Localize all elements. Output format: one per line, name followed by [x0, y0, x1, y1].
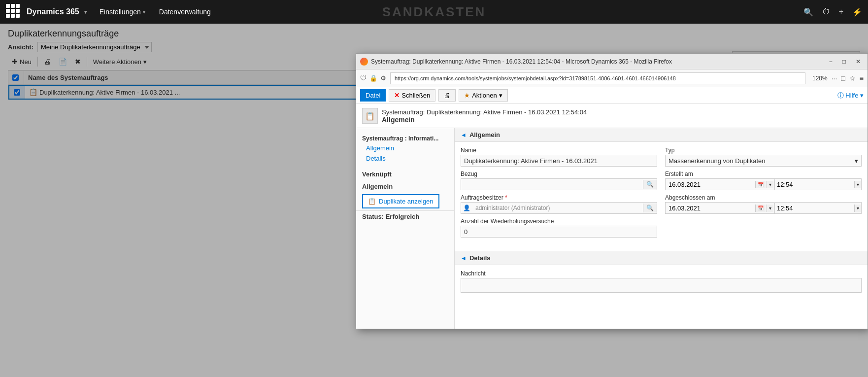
value-bezug: 🔍 — [461, 178, 657, 190]
modal-title-text: Systemauftrag: Duplikaterkennung: Aktive… — [371, 58, 823, 65]
crm-record-header: 📋 Systemauftrag: Duplikaterkennung: Akti… — [356, 104, 868, 128]
nav-allgemein[interactable]: Allgemein — [356, 143, 454, 153]
field-erstellt-am: Erstellt am 📅 ▾ ▾ — [665, 171, 862, 190]
required-star: * — [505, 194, 507, 201]
field-typ: Typ Massenerkennung von Duplikaten ▾ — [665, 147, 862, 167]
erstellt-am-cal-btn[interactable]: 📅 — [755, 181, 766, 188]
bezug-lookup-btn[interactable]: 🔍 — [643, 180, 657, 189]
main-content: Duplikaterkennungsaufträge Ansicht: Mein… — [0, 24, 868, 377]
history-icon[interactable]: ⏱ — [822, 7, 830, 16]
close-button[interactable]: ✕ — [853, 57, 864, 66]
crm-left-nav: Systemauftrag : Informati... Allgemein D… — [356, 128, 455, 329]
print-crm-icon: 🖨 — [444, 92, 450, 99]
nav-allgemein-section: Allgemein — [356, 181, 454, 192]
typ-dropdown-icon: ▾ — [855, 157, 858, 165]
abgeschlossen-am-chevron[interactable]: ▾ — [767, 205, 773, 212]
modal-window-buttons: − □ ✕ — [826, 57, 864, 66]
firefox-icon — [360, 58, 368, 66]
value-anzahl: 0 — [461, 226, 657, 238]
aktionen-button[interactable]: ★ Aktionen ▾ — [459, 89, 508, 102]
value-nachricht — [461, 278, 862, 293]
crm-details-section: ◄ Details Nachricht — [455, 251, 868, 298]
reader-icon[interactable]: □ — [841, 74, 845, 82]
brand-chevron: ▾ — [84, 9, 87, 15]
crm-toolbar: Datei ✕ Schließen 🖨 ★ Aktionen ▾ ⓘ Hilfe… — [356, 87, 868, 104]
form-row-2: Bezug 🔍 Erstellt am — [461, 171, 862, 190]
addr-security-icons: 🛡 🔒 ⚙ — [360, 74, 386, 82]
close-x-icon: ✕ — [394, 92, 400, 99]
auftragsbesitzer-lookup-btn[interactable]: 🔍 — [643, 204, 657, 212]
bezug-input[interactable] — [461, 179, 643, 190]
modal-titlebar: Systemauftrag: Duplikaterkennung: Aktive… — [356, 54, 868, 69]
form-row-3: Auftragsbesitzer * 👤 🔍 — [461, 194, 862, 214]
label-nachricht: Nachricht — [461, 270, 862, 277]
menu-icon[interactable]: ≡ — [860, 74, 864, 82]
abgeschlossen-am-time-input[interactable] — [774, 203, 853, 213]
crm-details-body: Nachricht — [455, 265, 868, 298]
value-erstellt-am: 📅 ▾ ▾ — [665, 178, 862, 190]
more-options-icon[interactable]: ··· — [832, 74, 837, 82]
abgeschlossen-am-cal-btn[interactable]: 📅 — [755, 205, 766, 212]
label-erstellt-am: Erstellt am — [665, 171, 862, 177]
crm-nav-section-title: Systemauftrag : Informati... — [356, 132, 454, 143]
waffle-menu[interactable] — [6, 4, 22, 20]
modal-window: Systemauftrag: Duplikaterkennung: Aktive… — [356, 53, 868, 329]
field-bezug: Bezug 🔍 — [461, 171, 657, 190]
bookmark-icon[interactable]: ☆ — [849, 74, 856, 82]
modal-overlay: Systemauftrag: Duplikaterkennung: Aktive… — [0, 24, 868, 377]
actions-star-icon: ★ — [464, 92, 470, 99]
nav-details[interactable]: Details — [356, 153, 454, 164]
schliessen-button[interactable]: ✕ Schließen — [389, 89, 435, 102]
form-row-4: Anzahl der Wiederholungsversuche 0 — [461, 218, 862, 238]
filter-icon[interactable]: ⚡ — [852, 7, 862, 17]
field-anzahl: Anzahl der Wiederholungsversuche 0 — [461, 218, 657, 238]
label-abgeschlossen-am: Abgeschlossen am — [665, 194, 862, 201]
shield-icon: 🛡 — [360, 74, 367, 82]
duplikate-icon: 📋 — [368, 198, 376, 205]
permissions-icon: ⚙ — [380, 74, 386, 82]
hilfe-button[interactable]: ⓘ Hilfe ▾ — [837, 91, 864, 100]
label-auftragsbesitzer: Auftragsbesitzer * — [461, 194, 657, 201]
value-name: Duplikaterkennung: Aktive Firmen - 16.03… — [461, 155, 657, 167]
datei-button[interactable]: Datei — [360, 89, 386, 102]
top-navigation: Dynamics 365 ▾ Einstellungen ▾ Datenverw… — [0, 0, 868, 24]
add-icon[interactable]: + — [839, 7, 843, 16]
label-bezug: Bezug — [461, 171, 657, 177]
nav-verknuepft-label: Verknüpft — [356, 168, 454, 181]
search-icon[interactable]: 🔍 — [803, 7, 813, 17]
auftragsbesitzer-input[interactable] — [472, 203, 643, 213]
label-name: Name — [461, 147, 657, 154]
address-input[interactable] — [390, 72, 805, 84]
field-auftragsbesitzer: Auftragsbesitzer * 👤 🔍 — [461, 194, 657, 214]
duplikate-anzeigen-button[interactable]: 📋 Duplikate anzeigen — [362, 194, 439, 208]
crm-allgemein-section-header[interactable]: ◄ Allgemein — [455, 128, 868, 142]
nav-settings[interactable]: Einstellungen ▾ — [93, 0, 152, 24]
value-auftragsbesitzer: 👤 🔍 — [461, 202, 657, 214]
crm-record-titles: Systemauftrag: Duplikaterkennung: Aktive… — [382, 108, 587, 124]
nav-datenverwaltung[interactable]: Datenverwaltung — [152, 0, 218, 24]
erstellt-am-chevron[interactable]: ▾ — [767, 181, 773, 188]
form-row-1: Name Duplikaterkennung: Aktive Firmen - … — [461, 147, 862, 167]
erstellt-am-time-input[interactable] — [774, 179, 853, 190]
crm-details-section-header[interactable]: ◄ Details — [455, 251, 868, 265]
crm-status-bar: Status: Erfolgreich — [356, 210, 454, 222]
crm-record-title: Systemauftrag: Duplikaterkennung: Aktive… — [382, 108, 587, 116]
crm-form-content: 📋 Systemauftrag: Duplikaterkennung: Akti… — [356, 104, 868, 329]
app-brand[interactable]: Dynamics 365 ▾ — [27, 7, 93, 16]
aktionen-chevron: ▾ — [499, 92, 502, 99]
person-icon: 👤 — [461, 204, 472, 212]
abgeschlossen-am-time-chevron[interactable]: ▾ — [854, 205, 861, 212]
details-chevron: ◄ — [461, 255, 467, 262]
label-anzahl: Anzahl der Wiederholungsversuche — [461, 218, 657, 225]
abgeschlossen-am-input[interactable] — [666, 203, 754, 213]
nav-section-verknuepft: Verknüpft — [356, 168, 454, 181]
crm-record-subtitle: Allgemein — [382, 116, 587, 124]
maximize-button[interactable]: □ — [839, 57, 849, 66]
print-crm-button[interactable]: 🖨 — [438, 89, 456, 102]
erstellt-am-time-chevron[interactable]: ▾ — [854, 181, 861, 188]
modal-addressbar: 🛡 🔒 ⚙ 120% ··· □ ☆ ≡ — [356, 69, 868, 87]
erstellt-am-input[interactable] — [666, 179, 754, 190]
top-nav-right-icons: 🔍 ⏱ + ⚡ — [803, 7, 862, 17]
allgemein-chevron: ◄ — [461, 132, 467, 138]
minimize-button[interactable]: − — [826, 57, 835, 66]
